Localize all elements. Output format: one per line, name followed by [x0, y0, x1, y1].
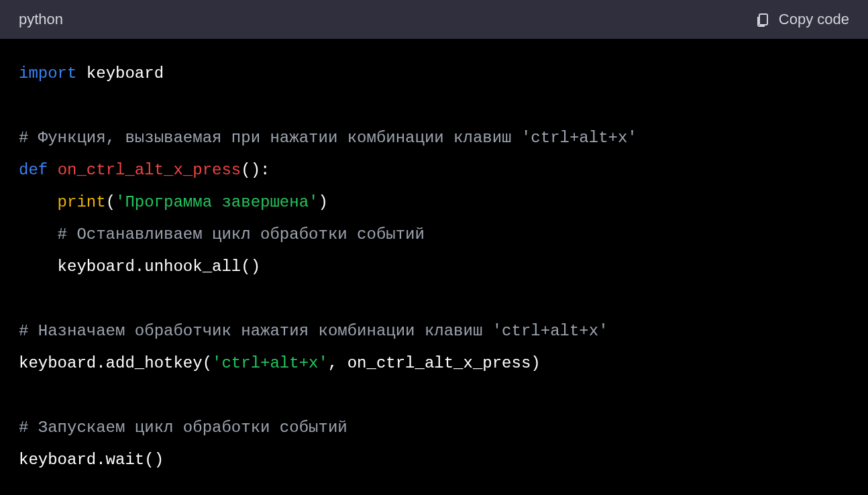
language-label: python [19, 11, 63, 28]
code-header: python Copy code [0, 0, 868, 39]
code-token: keyboard.wait() [19, 451, 164, 469]
code-token: (): [241, 161, 270, 179]
code-token: on_ctrl_alt_x_press [58, 161, 241, 179]
code-token: # Запускаем цикл обработки событий [19, 419, 347, 437]
code-token: ( [106, 193, 115, 211]
svg-rect-0 [759, 14, 767, 25]
code-token: import [19, 64, 76, 82]
code-token: ) [318, 193, 327, 211]
code-token: # Останавливаем цикл обработки событий [58, 225, 425, 243]
code-token: # Функция, вызываемая при нажатии комбин… [19, 129, 637, 147]
code-token: 'Программа завершена' [115, 193, 318, 211]
clipboard-icon [755, 11, 771, 28]
code-token: # Назначаем обработчик нажатия комбинаци… [19, 322, 608, 340]
code-token [19, 225, 58, 243]
code-body: import keyboard # Функция, вызываемая пр… [0, 39, 868, 495]
copy-code-button[interactable]: Copy code [755, 11, 849, 28]
code-token: print [58, 193, 106, 211]
code-token: keyboard.add_hotkey( [19, 354, 212, 372]
code-token [48, 161, 57, 179]
code-token: def [19, 161, 48, 179]
code-block: python Copy code import keyboard # Функц… [0, 0, 868, 495]
code-token: , on_ctrl_alt_x_press) [328, 354, 541, 372]
code-token: keyboard [76, 64, 164, 82]
code-token [19, 193, 58, 211]
copy-code-label: Copy code [779, 11, 849, 28]
code-token: keyboard.unhook_all() [19, 258, 260, 276]
code-token: 'ctrl+alt+x' [212, 354, 328, 372]
code-content[interactable]: import keyboard # Функция, вызываемая пр… [19, 58, 849, 476]
